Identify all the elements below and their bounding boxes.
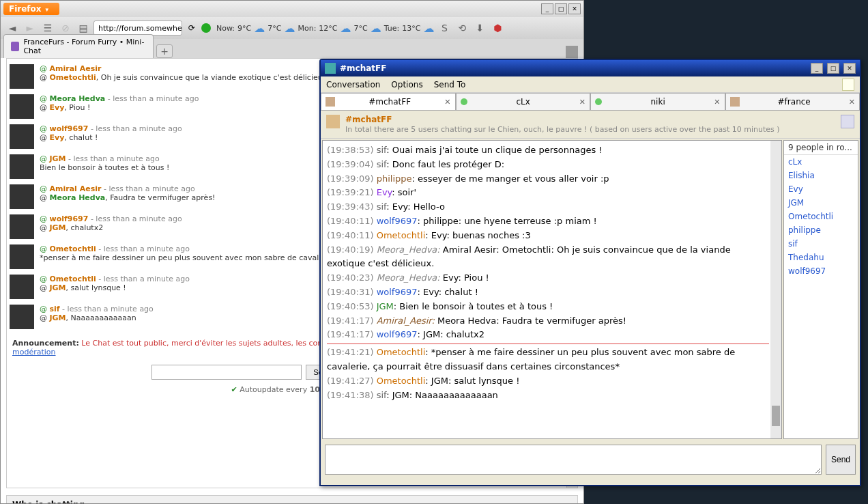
url-bar[interactable]: http://forum.somewhere.	[93, 20, 182, 36]
irc-tab-label: cLx	[472, 97, 575, 107]
rss-icon[interactable]: ☰	[40, 20, 55, 36]
irc-user-item[interactable]: philippe	[784, 223, 858, 237]
menu-conversation[interactable]: Conversation	[326, 80, 380, 89]
chat-input[interactable]	[151, 365, 302, 380]
weather-tue-temp: 13°C	[402, 24, 420, 33]
irc-user-item[interactable]: Elishia	[784, 169, 858, 182]
irc-send-button[interactable]: Send	[826, 445, 856, 475]
avatar	[10, 244, 34, 269]
new-tab-button[interactable]: +	[156, 44, 173, 58]
minimize-button[interactable]: _	[811, 63, 823, 74]
presence-dot-icon	[595, 98, 602, 105]
firefox-titlebar[interactable]: Firefox _ □ ✕	[1, 1, 583, 17]
weather-mon-temp: 12°C	[319, 24, 337, 33]
log-line: (19:41:21) Ometochtli: *penser à me fair…	[327, 346, 769, 374]
avatar	[10, 124, 34, 149]
browser-tab[interactable]: FranceFurs - Forum Furry • Mini-Chat	[3, 34, 154, 58]
topic-expand-icon[interactable]	[841, 115, 854, 128]
reload-icon[interactable]: ⟳	[185, 20, 199, 36]
irc-titlebar[interactable]: #mchatFF _ □ ✕	[321, 60, 860, 76]
irc-user-item[interactable]: cLx	[784, 155, 858, 169]
irc-message-log: (19:38:53) sif: Ouai mais j'ai toute un …	[322, 140, 782, 439]
favicon-icon	[11, 42, 19, 51]
rain-icon: ☁	[371, 22, 381, 35]
rain-icon: ☁	[254, 22, 265, 35]
log-line: (19:39:09) philippe: esseyer de me mange…	[327, 172, 769, 186]
irc-user-item[interactable]: Ometochtli	[784, 210, 858, 223]
log-line: (19:41:38) sif: JGM: Naaaaaaaaaaaaan	[327, 389, 769, 403]
menu-send-to[interactable]: Send To	[434, 80, 466, 89]
avatar	[10, 184, 34, 209]
firefox-menu-button[interactable]: Firefox	[3, 3, 59, 15]
menu-options[interactable]: Options	[391, 80, 422, 89]
irc-menubar: Conversation Options Send To	[321, 76, 860, 93]
who-header: Who is chatting	[7, 496, 577, 503]
app-icon	[325, 63, 336, 74]
log-line: (19:41:27) Ometochtli: JGM: salut lynsqu…	[327, 374, 769, 389]
avatar	[10, 275, 34, 299]
user-count-header: 9 people in ro...	[784, 141, 858, 155]
close-button[interactable]: ✕	[568, 3, 581, 14]
add-tab-icon[interactable]	[842, 79, 854, 91]
log-line: (19:40:23) Meora_Hedva: Evy: Piou !	[327, 271, 769, 285]
download-icon[interactable]: ⬇	[472, 20, 487, 36]
avatar	[10, 305, 34, 329]
log-line: (19:39:04) sif: Donc faut les protéger D…	[327, 158, 769, 172]
forward-icon[interactable]: ►	[23, 20, 38, 36]
avatar	[10, 154, 34, 179]
minimize-button[interactable]: _	[541, 3, 553, 14]
irc-window: #mchatFF _ □ ✕ Conversation Options Send…	[319, 59, 861, 486]
log-line: (19:40:11) Ometochtli: Evy: buenas noche…	[327, 229, 769, 243]
irc-tab[interactable]: cLx✕	[456, 93, 591, 111]
weather-widget[interactable]: Now: 9°C ☁ 7°C ☁ Mon: 12°C ☁ 7°C ☁ Tue: …	[216, 22, 434, 35]
maximize-button[interactable]: □	[555, 3, 567, 14]
irc-tab-label: niki	[606, 97, 710, 107]
rain-icon: ☁	[423, 22, 434, 35]
readlater-icon[interactable]: ▤	[76, 20, 91, 36]
weather-t2: 7°C	[267, 24, 281, 33]
maximize-button[interactable]: □	[827, 63, 839, 74]
channel-icon	[730, 97, 740, 107]
adblock-icon[interactable]: ⬢	[490, 20, 505, 36]
sync-icon[interactable]: ⟲	[454, 20, 469, 36]
rain-icon: ☁	[284, 22, 295, 35]
log-line: (19:40:31) wolf9697: Evy: chalut !	[327, 285, 769, 300]
check-icon: ✔	[231, 385, 237, 394]
log-line: (19:40:53) JGM: Bien le bonsoir à toutes…	[327, 300, 769, 314]
irc-user-item[interactable]: Thedahu	[784, 251, 858, 264]
tab-close-icon[interactable]: ✕	[579, 98, 585, 107]
irc-topic: #mchatFF In total there are 5 users chat…	[321, 111, 860, 139]
tab-close-icon[interactable]: ✕	[714, 98, 720, 107]
weather-mon-label: Mon:	[298, 24, 316, 33]
tab-groups-icon[interactable]	[566, 46, 578, 58]
irc-user-item[interactable]: JGM	[784, 196, 858, 210]
who-is-chatting-box: Who is chatting In total there are 6 use…	[6, 495, 578, 503]
irc-tab-label: #mchatFF	[339, 97, 440, 107]
irc-tab[interactable]: #france✕	[725, 93, 860, 111]
log-line: (19:39:43) sif: Evy: Hello-o	[327, 200, 769, 214]
irc-user-item[interactable]: wolf9697	[784, 264, 858, 278]
stop-icon[interactable]: ⊘	[58, 20, 73, 36]
irc-input-row: Send	[321, 440, 860, 479]
irc-user-item[interactable]: Evy	[784, 182, 858, 196]
irc-input[interactable]	[325, 445, 822, 475]
channel-icon	[326, 97, 335, 107]
stylish-icon[interactable]: S	[437, 20, 452, 36]
weather-now-temp: 9°C	[237, 24, 251, 33]
tab-close-icon[interactable]: ✕	[849, 98, 855, 107]
avatar	[10, 64, 34, 89]
irc-tab[interactable]: #mchatFF✕	[321, 93, 456, 111]
tab-close-icon[interactable]: ✕	[444, 98, 450, 107]
back-icon[interactable]: ◄	[5, 20, 20, 36]
irc-user-list: 9 people in ro... cLxElishiaEvyJGMOmetoc…	[783, 140, 858, 439]
log-scrollbar[interactable]	[770, 141, 781, 438]
close-button[interactable]: ✕	[843, 63, 856, 74]
log-line: (19:41:17) wolf9697: JGM: chalutx2	[327, 328, 769, 342]
irc-tab[interactable]: niki✕	[590, 93, 725, 111]
irc-tabstrip: #mchatFF✕cLx✕niki✕#france✕	[321, 93, 860, 111]
irc-user-item[interactable]: sif	[784, 237, 858, 251]
tab-title: FranceFurs - Forum Furry • Mini-Chat	[23, 38, 146, 55]
log-line: (19:38:53) sif: Ouai mais j'ai toute un …	[327, 143, 769, 158]
irc-tab-label: #france	[744, 97, 845, 107]
log-line: (19:40:19) Meora_Hedva: Amiral Aesir: Om…	[327, 243, 769, 272]
